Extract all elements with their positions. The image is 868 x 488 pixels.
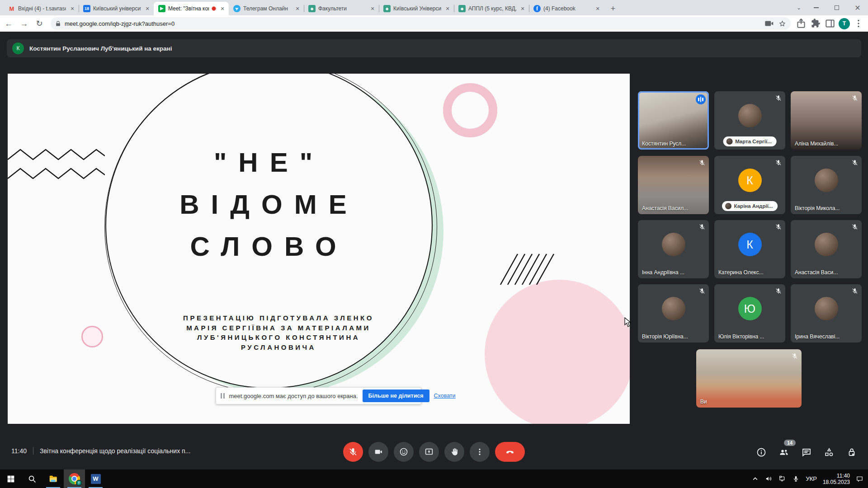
participant-name: Аліна Михайлів... <box>795 141 850 147</box>
participant-tile[interactable]: ККатерина Олекс... <box>714 220 785 278</box>
mic-off-button[interactable] <box>343 442 363 462</box>
activities-button[interactable] <box>824 447 835 458</box>
participant-tile[interactable]: ЮЮлія Вікторівна ... <box>714 284 785 343</box>
forward-icon[interactable]: → <box>17 17 31 30</box>
meet-icon <box>158 5 165 12</box>
meeting-info-button[interactable] <box>756 447 767 458</box>
participant-tile[interactable]: Марта Сергії... <box>714 91 785 150</box>
participant-name: Катерина Олекс... <box>718 269 774 276</box>
tab-close-icon[interactable]: ✕ <box>294 5 301 12</box>
tab-title: Київський університет іме <box>93 5 141 12</box>
chrome-taskbar-button[interactable]: T <box>64 469 85 488</box>
chat-icon <box>801 447 812 458</box>
stop-sharing-button[interactable]: Більше не ділитися <box>363 389 429 402</box>
extensions-icon[interactable] <box>810 18 821 29</box>
word-icon: W <box>91 474 101 484</box>
search-button[interactable] <box>21 469 42 488</box>
close-button[interactable]: ✕ <box>847 0 868 15</box>
profile-avatar[interactable]: T <box>839 18 850 29</box>
meeting-info-icon <box>756 447 767 458</box>
camera-button[interactable] <box>368 442 388 462</box>
browser-tab[interactable]: Meet: "Звітна конфер✕ <box>154 2 229 15</box>
participant-tile[interactable]: Анастасія Васил... <box>638 156 709 214</box>
presenter-avatar: К <box>12 42 24 54</box>
bookmark-star-icon[interactable] <box>778 20 786 28</box>
chat-button[interactable] <box>801 447 812 458</box>
participant-tile[interactable]: Вікторія Микола... <box>791 156 862 214</box>
participant-name: Вікторія Юріївна... <box>642 333 697 340</box>
participant-tile[interactable]: Анастасія Васи... <box>791 220 862 278</box>
hide-link[interactable]: Сховати <box>434 393 456 399</box>
mouse-cursor <box>624 317 632 327</box>
pill-avatar <box>726 138 732 145</box>
tab-close-icon[interactable]: ✕ <box>219 5 226 12</box>
participant-tile[interactable]: Ірина Вячеславі... <box>791 284 862 343</box>
clock[interactable]: 11:40 18.05.2023 <box>823 473 850 485</box>
language-indicator[interactable]: УКР <box>806 475 817 482</box>
browser-tab[interactable]: АППЛ (5 курс, КВД, заочн✕ <box>454 2 529 15</box>
slide-title-line: ВІДОМЕ <box>115 183 423 225</box>
participant-tile[interactable]: Аліна Михайлів... <box>791 91 862 150</box>
share-icon[interactable] <box>795 18 807 29</box>
browser-tab[interactable]: (4) Facebook✕ <box>529 2 604 15</box>
pink-circle-shape <box>485 280 630 424</box>
university-icon <box>308 5 316 12</box>
browser-tab[interactable]: MВхідні (4) - t.savrasova-viu✕ <box>4 2 79 15</box>
tab-close-icon[interactable]: ✕ <box>369 5 376 12</box>
tab-close-icon[interactable]: ✕ <box>519 5 526 12</box>
telegram-icon <box>233 5 241 12</box>
participant-tile[interactable]: Костянтин Русл... <box>638 91 709 150</box>
browser-toolbar: ← → ↻ meet.google.com/iqb-zjgz-ruk?authu… <box>0 15 868 32</box>
back-icon[interactable]: ← <box>2 17 15 30</box>
calendar-icon: 18 <box>83 5 90 12</box>
reactions-button[interactable] <box>394 442 414 462</box>
microphone-tray-icon[interactable] <box>792 475 800 483</box>
reload-icon[interactable]: ↻ <box>33 17 46 30</box>
participant-tile[interactable]: ККаріна Андрії... <box>714 156 785 214</box>
browser-tab[interactable]: Київський Університет іме✕ <box>379 2 454 15</box>
browser-tab[interactable]: 18Київський університет іме✕ <box>79 2 154 15</box>
maximize-button[interactable] <box>826 0 847 15</box>
people-button[interactable]: 14 <box>778 447 789 458</box>
raise-hand-button[interactable] <box>444 442 464 462</box>
mic-off-icon <box>698 159 706 166</box>
volume-icon[interactable] <box>765 475 773 483</box>
tab-close-icon[interactable]: ✕ <box>69 5 76 12</box>
address-bar[interactable]: meet.google.com/iqb-zjgz-ruk?authuser=0 <box>51 17 791 30</box>
browser-tab[interactable]: Факультети✕ <box>304 2 379 15</box>
participant-name-pill: Каріна Андрії... <box>722 201 778 211</box>
browser-tab[interactable]: Телеграм Онлайн✕ <box>229 2 304 15</box>
tab-close-icon[interactable]: ✕ <box>444 5 451 12</box>
side-panel-icon[interactable] <box>824 18 836 29</box>
minimize-button[interactable] <box>806 0 826 15</box>
notifications-icon[interactable] <box>856 475 863 483</box>
slide-subtitle-line: МАРІЯ СЕРГІЇВНА ЗА МАТЕРІАЛАМИ <box>143 323 414 333</box>
slide-title-line: "НЕ" <box>115 141 423 183</box>
participant-name: Марта Сергії... <box>735 139 772 144</box>
network-icon[interactable] <box>778 475 786 483</box>
file-explorer-button[interactable] <box>42 469 64 488</box>
chrome-icon: T <box>69 473 80 484</box>
participant-avatar: К <box>738 233 762 256</box>
participant-name: Анастасія Васи... <box>795 269 850 276</box>
mic-off-icon <box>775 223 782 230</box>
new-tab-button[interactable]: + <box>607 2 619 15</box>
participant-tile[interactable]: Інна Андріївна ... <box>638 220 709 278</box>
tab-close-icon[interactable]: ✕ <box>594 5 601 12</box>
end-call-button[interactable] <box>495 442 525 462</box>
more-options-button[interactable] <box>470 442 490 462</box>
start-button[interactable] <box>0 469 21 488</box>
word-taskbar-button[interactable]: W <box>85 469 106 488</box>
camera-in-use-icon <box>763 18 775 29</box>
host-controls-button[interactable] <box>846 447 857 458</box>
self-view-tile[interactable]: Ви <box>696 349 802 408</box>
chevron-up-icon[interactable] <box>751 475 759 483</box>
participant-name: Анастасія Васил... <box>642 205 697 211</box>
presenter-banner-text: Костянтин Русланович Луб'яницький на екр… <box>29 45 172 52</box>
tab-close-icon[interactable]: ✕ <box>144 5 151 12</box>
present-button[interactable] <box>419 442 439 462</box>
chevron-down-icon[interactable]: ⌄ <box>792 0 806 15</box>
menu-kebab-icon[interactable] <box>853 18 864 29</box>
participant-tile[interactable]: Вікторія Юріївна... <box>638 284 709 343</box>
toolbar-right: T <box>795 18 868 29</box>
